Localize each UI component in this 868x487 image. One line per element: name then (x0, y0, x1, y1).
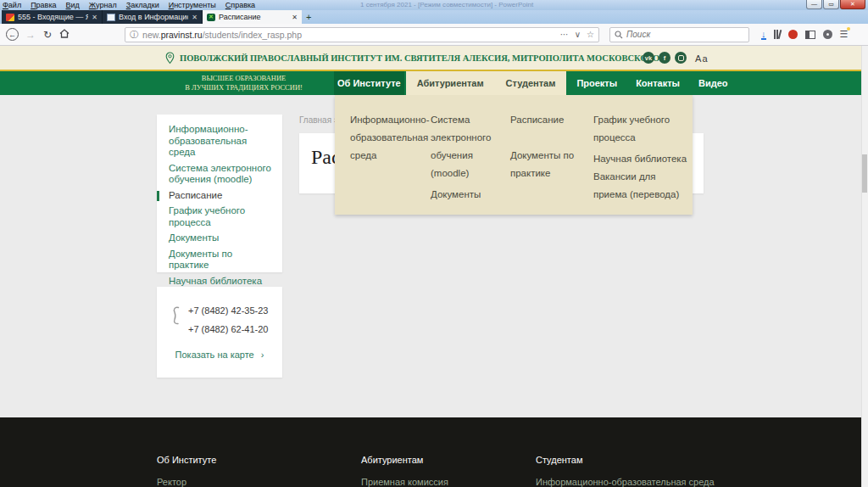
downloads-icon[interactable]: ↓ (761, 30, 766, 40)
nav-highlight-group: Абитуриентам Студентам (406, 71, 567, 95)
footer-link-ios[interactable]: Информационно-образовательная среда (536, 477, 715, 487)
tab-info-system[interactable]: Вход в Информационно-ана ✕ (102, 10, 202, 24)
new-tab-button[interactable]: + (302, 10, 315, 24)
close-window-button[interactable]: ✕ (840, 0, 865, 9)
sidebar-item-practice-docs[interactable]: Документы по практике (169, 249, 274, 271)
dropdown-item-library[interactable]: Научная библиотека (593, 150, 691, 168)
menu-help[interactable]: Справка (225, 1, 255, 9)
tagline-line2: В ЛУЧШИХ ТРАДИЦИЯХ РОССИИ! (144, 83, 343, 92)
location-pin-icon (165, 52, 175, 64)
footer-link-rector[interactable]: Ректор (157, 477, 186, 487)
menu-bookmarks[interactable]: Закладки (126, 1, 159, 9)
browser-toolbar: ← → ↻ ⓘ new.pravinst.ru/students/index_r… (0, 24, 868, 46)
site-brand[interactable]: ПОВОЛЖСКИЙ ПРАВОСЛАВНЫЙ ИНСТИТУТ ИМ. СВЯ… (165, 52, 659, 64)
dropdown-column: График учебного процесса Научная библиот… (593, 111, 691, 215)
footer-heading-about: Об Институте (157, 455, 216, 465)
sidebar-item-documents[interactable]: Документы (169, 232, 274, 244)
url-path: /students/index_rasp.php (203, 30, 302, 40)
document-icon (107, 14, 115, 21)
sidebar-item-raspisanie[interactable]: Расписание (169, 190, 274, 202)
nav-item-students[interactable]: Студентам (495, 71, 567, 95)
tab-title: Расписание (219, 13, 288, 21)
tab-raspisanie-active[interactable]: ✕ Расписание ✕ (202, 10, 302, 24)
close-tab-icon[interactable]: ✕ (192, 14, 198, 21)
tab-yandex-mail[interactable]: 555 - Входящие — Яндекс.По ✕ (2, 10, 102, 24)
window-titlebar: Файл Правка Вид Журнал Закладки Инструме… (0, 0, 868, 10)
site-title: ПОВОЛЖСКИЙ ПРАВОСЛАВНЫЙ ИНСТИТУТ ИМ. СВЯ… (180, 53, 659, 63)
close-tab-icon[interactable]: ✕ (92, 14, 97, 21)
breadcrumb: Главная › (299, 115, 337, 125)
social-links: vk f (643, 52, 687, 64)
site-footer: Об Институте Абитуриентам Студентам Рект… (0, 417, 868, 487)
sidebar-item-schedule-graph[interactable]: График учебного процесса (169, 205, 274, 228)
vk-icon[interactable]: vk (643, 52, 654, 64)
footer-link-admissions[interactable]: Приемная комиссия (361, 477, 448, 487)
maximize-button[interactable]: ▭ (823, 0, 839, 9)
search-input[interactable] (626, 30, 728, 39)
extension-icon[interactable] (823, 30, 832, 39)
dropdown-item-schedule-graph[interactable]: График учебного процесса (593, 111, 691, 147)
home-button[interactable] (59, 29, 70, 40)
nav-item-projects[interactable]: Проекты (568, 71, 626, 95)
map-link-label: Показать на карте (175, 350, 254, 360)
dropdown-item-practice-docs[interactable]: Документы по практике (510, 147, 593, 182)
bookmark-star-icon[interactable]: ☆ (587, 30, 594, 39)
footer-heading-applicants: Абитуриентам (361, 455, 423, 465)
reload-button[interactable]: ↻ (43, 30, 52, 40)
chevron-right-icon: › (261, 350, 264, 360)
pocket-icon[interactable]: ∨ (575, 30, 581, 39)
scrollbar[interactable] (861, 46, 868, 487)
forward-button[interactable]: → (25, 30, 36, 40)
screen: Файл Правка Вид Журнал Закладки Инструме… (0, 0, 868, 487)
instagram-icon[interactable] (675, 52, 687, 64)
menu-edit[interactable]: Правка (31, 1, 56, 9)
tab-title: 555 - Входящие — Яндекс.По (18, 13, 88, 21)
dropdown-item-documents[interactable]: Документы (431, 186, 510, 204)
home-icon (59, 29, 70, 38)
nav-item-applicants[interactable]: Абитуриентам (406, 71, 495, 95)
dropdown-item-raspisanie[interactable]: Расписание (510, 111, 593, 129)
phone-number-2: +7 (8482) 62-41-20 (188, 324, 268, 334)
toolbar-right-icons: ↓ ☰ (761, 29, 848, 40)
menu-file[interactable]: Файл (3, 1, 21, 9)
sidebar-item-ios[interactable]: Информационно-образовательная среда (169, 124, 274, 159)
show-on-map-link[interactable]: Показать на карте› (157, 350, 282, 360)
sidebar-toggle-icon[interactable] (805, 31, 815, 39)
nav-item-contacts[interactable]: Контакты (627, 71, 688, 95)
dropdown-item-vacancies[interactable]: Вакансии для приема (перевода) (593, 168, 691, 204)
close-tab-icon[interactable]: ✕ (292, 14, 298, 21)
menu-tools[interactable]: Инструменты (169, 1, 216, 9)
search-icon (615, 31, 623, 39)
nav-item-video[interactable]: Видео (690, 71, 737, 95)
site-info-icon[interactable]: ⓘ (130, 29, 138, 41)
url-prefix: new. (142, 30, 161, 40)
scrollbar-thumb[interactable] (862, 154, 867, 193)
facebook-icon[interactable]: f (659, 52, 670, 64)
sidebar-item-library[interactable]: Научная библиотека (169, 276, 274, 288)
students-dropdown-menu: Информационно-образовательная среда Сист… (335, 95, 693, 215)
page-actions: ⋯ ∨ ☆ (560, 30, 594, 39)
sidebar-item-moodle[interactable]: Система электронного обучения (moodle) (169, 163, 274, 186)
font-size-control[interactable]: Аа (695, 53, 709, 64)
site-header: ПОВОЛЖСКИЙ ПРАВОСЛАВНЫЙ ИНСТИТУТ ИМ. СВЯ… (0, 46, 868, 71)
dropdown-item-moodle[interactable]: Система электронного обучения (moodle) (431, 111, 510, 182)
minimize-button[interactable]: — (806, 0, 822, 9)
menu-view[interactable]: Вид (66, 1, 80, 9)
library-icon[interactable] (774, 30, 781, 39)
nav-item-about[interactable]: Об Институте (334, 71, 404, 95)
menu-icon[interactable]: ☰ (840, 29, 849, 40)
phone-number-1: +7 (8482) 42-35-23 (188, 305, 268, 316)
dropdown-item-ios[interactable]: Информационно-образовательная среда (350, 111, 431, 165)
dropdown-column: Расписание Документы по практике (510, 111, 593, 215)
menu-history[interactable]: Журнал (89, 1, 117, 9)
breadcrumb-home[interactable]: Главная (299, 115, 331, 125)
contact-card: +7 (8482) 42-35-23 +7 (8482) 62-41-20 По… (157, 287, 282, 378)
page-actions-icon[interactable]: ⋯ (560, 30, 569, 39)
footer-heading-students: Студентам (536, 455, 582, 465)
address-bar[interactable]: ⓘ new.pravinst.ru/students/index_rasp.ph… (125, 27, 599, 42)
page-body: Главная › Расписание Информационно-образ… (0, 95, 868, 417)
adblock-icon[interactable] (788, 30, 798, 39)
main-navigation: ВЫСШЕЕ ОБРАЗОВАНИЕ В ЛУЧШИХ ТРАДИЦИЯХ РО… (0, 71, 868, 95)
back-button[interactable]: ← (6, 28, 19, 41)
search-bar[interactable] (609, 27, 749, 42)
